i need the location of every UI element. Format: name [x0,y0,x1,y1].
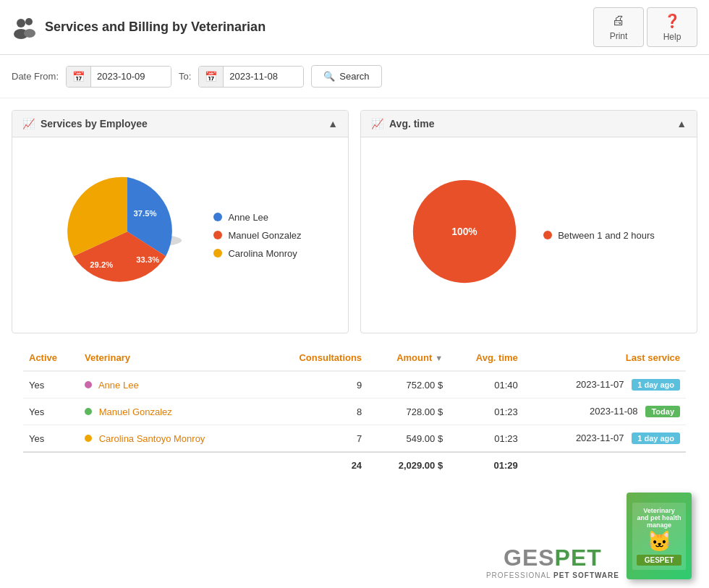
legend-label-carolina: Carolina Monroy [228,248,297,259]
search-button[interactable]: 🔍 Search [311,65,381,88]
search-label: Search [339,71,369,82]
col-avg-time: Avg. time [449,345,524,371]
col-amount[interactable]: Amount ▼ [368,345,449,371]
amount-sort-wrap: Amount ▼ [396,352,443,363]
vet-dot-0 [85,381,92,388]
svg-point-1 [25,18,33,25]
services-chart-body: 37.5% 33.3% 29.2% Anne Lee Manuel Gonzal… [12,137,348,333]
svg-text:33.3%: 33.3% [137,255,160,264]
product-box-inner: Veterinaryand pet health manage 🐱 GESPET [632,503,686,570]
date-from-input[interactable] [91,67,171,86]
last-service-badge-1: Today [645,406,680,417]
print-icon: 🖨 [612,13,625,28]
last-service-date-2: 2023-11-07 [576,433,629,443]
cell-avgtime-1: 01:23 [449,399,524,425]
legend-dot-carolina [213,249,222,257]
help-button[interactable]: ❓ Help [647,7,697,47]
date-to-calendar-button[interactable]: 📅 [199,67,224,87]
search-icon: 🔍 [323,71,335,82]
brand-ges: GES [504,545,555,571]
table-foot: 24 2,029.00 $ 01:29 [23,452,686,478]
avg-time-chart-title: 📈 Avg. time [371,118,435,129]
avg-time-card: 📈 Avg. time ▲ 100% Between 1 and 2 hours [360,110,697,333]
legend-dot-manuel [213,231,222,239]
total-amount: 2,029.00 $ [368,452,449,478]
table-body: Yes Anne Lee 9 752.00 $ 01:40 2023-11-07… [23,371,686,452]
col-active: Active [23,345,79,371]
cell-consult-2: 7 [263,425,368,453]
brand-sub-normal: PROFESSIONAL [486,571,553,579]
svg-text:37.5%: 37.5% [134,209,157,218]
legend-label-anne: Anne Lee [228,212,268,223]
filter-bar: Date From: 📅 To: 📅 🔍 Search [0,55,709,98]
help-label: Help [663,32,682,42]
brand-sub: PROFESSIONAL PET SOFTWARE [486,571,619,579]
avg-time-chart-body: 100% Between 1 and 2 hours [361,137,697,333]
cell-active-2: Yes [23,425,79,453]
cell-lastservice-0: 2023-11-07 1 day ago [524,371,686,399]
help-icon: ❓ [664,13,680,29]
date-from-calendar-button[interactable]: 📅 [67,67,91,87]
cell-lastservice-2: 2023-11-07 1 day ago [524,425,686,453]
last-service-date-0: 2023-11-07 [576,379,629,390]
services-pie-chart: 37.5% 33.3% 29.2% [59,166,196,304]
vet-name-link-1[interactable]: Manuel Gonzalez [99,406,172,417]
services-chart-toggle[interactable]: ▲ [328,118,338,129]
svg-point-0 [17,19,25,27]
table-row: Yes Carolina Santoyo Monroy 7 549.00 $ 0… [23,425,686,453]
last-service-badge-0: 1 day ago [632,379,680,391]
vet-name-link-0[interactable]: Anne Lee [98,380,139,391]
cell-vet-0: Anne Lee [79,371,263,399]
total-name-cell [79,452,263,478]
brand-name: GESPET [486,545,619,571]
services-chart-title: 📈 Services by Employee [22,118,148,129]
date-from-wrap: 📅 [66,66,171,88]
cell-amount-0: 752.00 $ [368,371,449,399]
brand-text: GESPET PROFESSIONAL PET SOFTWARE [486,545,619,579]
cell-consult-1: 8 [263,399,368,425]
services-chart-header: 📈 Services by Employee ▲ [12,111,348,137]
table-row: Yes Anne Lee 9 752.00 $ 01:40 2023-11-07… [23,371,686,399]
legend-label-between: Between 1 and 2 hours [558,230,655,241]
last-service-date-1: 2023-11-08 [590,406,643,417]
data-table-wrap: Active Veterinary Consultations Amount ▼… [0,345,709,478]
header-actions: 🖨 Print ❓ Help [593,7,697,47]
sort-down-icon: ▼ [435,354,443,362]
avg-time-legend: Between 1 and 2 hours [543,230,655,241]
cell-avgtime-2: 01:23 [449,425,524,453]
date-to-input[interactable] [224,67,303,86]
cell-vet-1: Manuel Gonzalez [79,399,263,425]
vet-dot-1 [85,408,92,415]
legend-item-between: Between 1 and 2 hours [543,230,655,241]
total-last-service-cell [524,452,686,478]
table-header: Active Veterinary Consultations Amount ▼… [23,345,686,371]
vet-name-link-2[interactable]: Carolina Santoyo Monroy [99,433,205,444]
brand-pet: PET [555,545,602,571]
cell-amount-2: 549.00 $ [368,425,449,453]
legend-item-carolina: Carolina Monroy [213,248,301,259]
cell-active-1: Yes [23,399,79,425]
avg-time-chart-toggle[interactable]: ▲ [676,118,687,129]
print-button[interactable]: 🖨 Print [593,7,644,47]
avg-time-chart-header: 📈 Avg. time ▲ [361,111,697,137]
total-row: 24 2,029.00 $ 01:29 [23,452,686,478]
data-table: Active Veterinary Consultations Amount ▼… [23,345,686,478]
col-consultations: Consultations [263,345,368,371]
total-avg-time: 01:29 [449,452,524,478]
cell-vet-2: Carolina Santoyo Monroy [79,425,263,453]
print-label: Print [610,31,628,41]
svg-text:29.2%: 29.2% [90,260,114,269]
svg-text:100%: 100% [451,226,477,237]
charts-row: 📈 Services by Employee ▲ [0,98,709,345]
avg-chart-trend-icon: 📈 [371,118,383,129]
date-to-wrap: 📅 [198,66,304,88]
legend-dot-anne [213,213,222,221]
svg-point-3 [24,29,35,38]
date-to-label: To: [179,71,191,82]
cell-active-0: Yes [23,371,79,399]
cell-avgtime-0: 01:40 [449,371,524,399]
product-box: Veterinaryand pet health manage 🐱 GESPET [627,493,692,579]
header-left: Services and Billing by Veterinarian [12,14,266,41]
avg-time-pie-chart: 100% [403,166,526,304]
chart-trend-icon: 📈 [22,118,35,129]
